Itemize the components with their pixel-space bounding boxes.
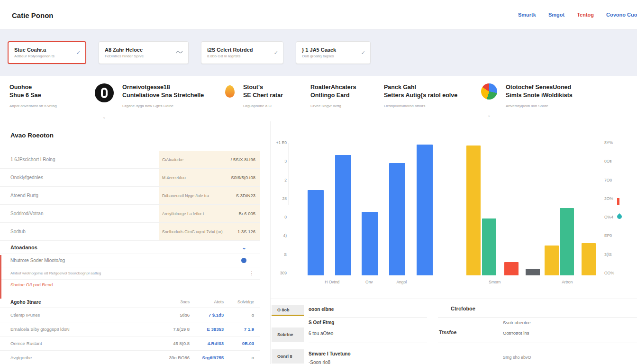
feature-item[interactable]: ⌄Orneivotgesse18Cunteliatiove Sna Stretc…: [95, 83, 204, 108]
stat-card-title: t2S Celert Rotrded: [207, 47, 253, 53]
chart-bar: [335, 155, 351, 275]
bottom-right-footer: Smg sho ebvO: [503, 355, 531, 360]
bottom-tab[interactable]: Oonrl 8: [272, 349, 304, 364]
feature-subtitle: Oesnpvohvinorod othors: [384, 104, 457, 108]
table-row: Oernce Rustant45 8(0.84.Rdf030B.03: [0, 337, 260, 351]
table-row: Ernalcela Siby gtoggsp8 ldoN7.6(19 8E 38…: [0, 322, 260, 337]
stat-card[interactable]: } 1 JA5 CaackOo6 groatlg tagses✓: [296, 41, 371, 64]
report-row-value: / 5StX.8Lf96: [223, 151, 260, 168]
nav-link[interactable]: Smurtk: [518, 12, 536, 18]
y-axis-tick: S: [284, 252, 287, 257]
chevron-down-icon: ⌄: [102, 115, 106, 119]
bottom-right-panel: Ctrcfoboe Ttssfoe Ssotr obeotce Ootrrotr…: [438, 299, 637, 364]
report-row: 1 6JPsclchort I RoingGiAtoalorbe/ 5StX.8…: [0, 151, 260, 169]
feature-title: Ouohoe: [9, 83, 57, 91]
red-marker-icon: [617, 198, 619, 205]
report-link[interactable]: Shotoe O/f pod Rend: [10, 282, 53, 287]
table-header-cell: Agoho 3tnare: [0, 300, 142, 305]
chart-bar: [545, 246, 559, 275]
table-cell: Avgtgoribe: [0, 355, 142, 360]
feature-item[interactable]: ⌄Ototochef SenesUonedSimls Snote iWoldik…: [481, 83, 573, 108]
x-axis-label: Angol: [396, 280, 407, 284]
kebab-icon[interactable]: ⋮: [249, 271, 254, 276]
stat-cards-row: Stue Coahr.aAdBeur Rotyongonon ts✓A8 Zah…: [0, 29, 637, 76]
table-cell: Oernce Rustant: [0, 341, 142, 346]
divider: [309, 317, 427, 318]
feature-subtitle: Crgane /tyga bow Ggrts Odine: [122, 104, 204, 108]
dark-badge-icon: [95, 83, 114, 102]
report-row: OnoklyfgednlesM 4eeeebfooS0f6/5(0.t08: [0, 169, 260, 187]
panel-title: Avao Roeoton: [10, 132, 54, 139]
report-row-mid: Snelborlods ClrriC oqrrd 7vbd (or): [159, 223, 223, 240]
chart-bar: [308, 190, 324, 275]
flame-icon: [225, 85, 235, 98]
feature-item[interactable]: RoatlerAhcatersOntlingo EardCrvee Rngvr …: [310, 83, 356, 108]
report-row: SodtubSnelborlods ClrriC oqrrd 7vbd (or)…: [0, 223, 260, 241]
stat-card[interactable]: Stue Coahr.aAdBeur Rotyongonon ts✓: [8, 41, 86, 64]
stat-card-subtitle: 8.8bb GB ln legrtsts: [207, 54, 253, 58]
report-row-mid: Ddbaneorctl Nyge /tole tra: [159, 187, 223, 204]
bottom-right-line: Ssotr obeotce: [503, 320, 531, 325]
report-extra-label: Alnbof wrotnogolne o8 Retgoelvol Soorcbo…: [10, 271, 101, 275]
x-axis-label: H Ovtnd: [325, 280, 339, 284]
report-extra-row: Alnbof wrotnogolne o8 Retgoelvol Soorcbo…: [0, 267, 260, 280]
feature-item[interactable]: OuohoeShue 6 SaeAnpot ohvedtwot ort 6 vn…: [9, 83, 57, 108]
nav-link[interactable]: Smgot: [548, 12, 564, 18]
stat-card[interactable]: t2S Celert Rotrded8.8bb GB ln legrtsts✓: [201, 41, 283, 64]
table-cell: 7 $.1d3: [190, 312, 224, 318]
y-axis-tick: O%4: [604, 215, 613, 219]
stat-card-text: A8 Zahr HeloceFeDintres hinder Sprve: [105, 47, 144, 58]
y-axis-tick: +1 E0: [276, 140, 287, 145]
table-cell: 39o.RO86: [142, 355, 190, 360]
table-cell: 4.Rdf03: [190, 341, 224, 346]
feature-title: Stout's: [243, 83, 283, 91]
table-header-cell: Solvtdge: [224, 300, 257, 304]
divider: [438, 317, 637, 318]
y-axis-tick: 2: [284, 178, 287, 182]
y-axis-left-labels: +1 E0322804)S309: [271, 140, 287, 275]
feature-text: RoatlerAhcatersOntlingo EardCrvee Rngvr …: [310, 83, 356, 108]
stat-card-text: } 1 JA5 CaackOo6 groatlg tagses: [302, 47, 336, 58]
report-row: Atoend RurtgDdbaneorctl Nyge /tole traS.…: [0, 187, 260, 205]
report-row-value: S0f6/5(0.t08: [223, 169, 260, 186]
table-cell: E 38353: [190, 327, 224, 332]
left-accent-line: [0, 255, 1, 299]
feature-title: SE Chert ratar: [243, 91, 283, 100]
y-axis-tick: 8Y%: [604, 140, 613, 145]
feature-subtitle: Crvee Rngvr ovrtg: [310, 104, 356, 108]
stat-card[interactable]: A8 Zahr HeloceFeDintres hinder Sprve: [99, 41, 189, 64]
table-cell: 45 8(0.8: [142, 341, 190, 346]
chart-bar: [560, 208, 574, 276]
report-extra-row: Nhutrore Soder Mlooto/og: [0, 254, 260, 267]
nav-link[interactable]: Covono Cuor: [606, 12, 637, 18]
feature-text: OuohoeShue 6 SaeAnpot ohvedtwot ort 6 vn…: [9, 83, 57, 108]
report-row-mid: GiAtoalorbe: [159, 151, 223, 168]
top-nav: SmurtkSmgotTentogCovono Cuor: [518, 0, 637, 29]
feature-title: Orneivotgesse18: [122, 83, 204, 91]
y-axis-tick: 28: [282, 196, 287, 201]
nav-link[interactable]: Tentog: [577, 12, 594, 18]
table-cell: o: [224, 355, 257, 360]
chevron-down-icon[interactable]: ⌄: [242, 244, 246, 251]
table-header-row: Agoho 3tnare3oesAtotsSolvtdge: [0, 296, 260, 308]
feature-subtitle: Artverorylpcotl /lon Snore: [506, 104, 573, 108]
feature-text: Ototochef SenesUonedSimls Snote iWoldiki…: [506, 83, 573, 108]
report-row-value: Br.6 005: [223, 205, 260, 222]
bottom-tab[interactable]: Sobrlne: [272, 328, 304, 342]
x-axis-label: Onv: [365, 280, 373, 284]
feature-item[interactable]: Panck GahlSetters Autig{s ratol eolveOes…: [384, 83, 457, 108]
y-axis-tick: 7O8: [604, 178, 612, 182]
info-icon[interactable]: [241, 258, 246, 263]
y-axis-tick: 4): [283, 233, 287, 238]
divider: [438, 343, 637, 343]
badge-ring: [101, 88, 108, 98]
feature-item[interactable]: Stout'sSE Chert ratarOrguaphobe a O: [225, 83, 283, 108]
bottom-mid-line: ooon elbne: [309, 307, 334, 312]
feature-title: Setters Autig{s ratol eolve: [384, 91, 457, 100]
footer-panels: O 8obSobrlneOonrl 8ooon elbneS Oof Etmg6…: [270, 299, 637, 364]
feature-text: Panck GahlSetters Autig{s ratol eolveOes…: [384, 83, 457, 108]
bottom-tab[interactable]: O 8ob: [272, 305, 304, 316]
table-cell: 5tlo6: [142, 312, 190, 318]
report-extra-row[interactable]: Atoadanos⌄: [0, 241, 260, 254]
stat-card-subtitle: AdBeur Rotyongonon ts: [14, 54, 55, 58]
